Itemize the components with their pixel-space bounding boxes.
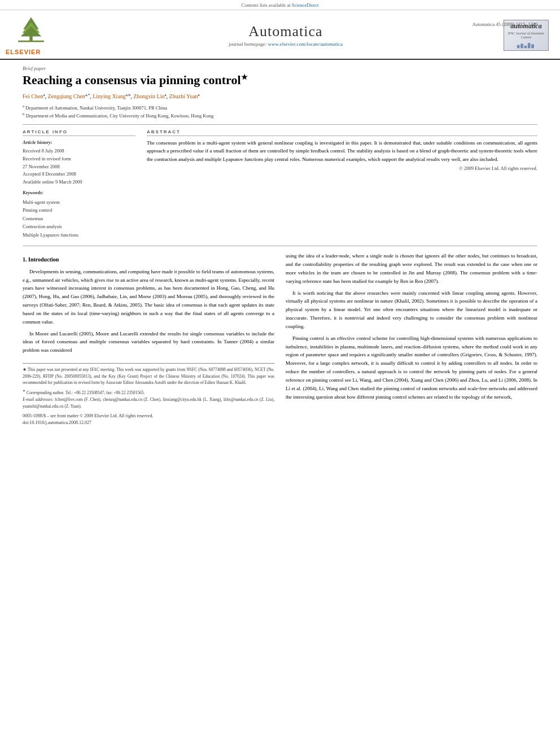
volume-info: Automatica 45 (2009) 1215–1220 bbox=[473, 21, 537, 27]
abstract-text: The consensus problem in a multi-agent s… bbox=[147, 139, 537, 163]
and-text: and bbox=[168, 294, 175, 299]
email-values: fchen@live.com (F. Chen), chenzq@nankai.… bbox=[23, 397, 274, 408]
body-para-2: In Moore and Lucarelli (2005), Moore and… bbox=[23, 330, 274, 355]
top-bar: Contents lists available at ScienceDirec… bbox=[0, 0, 560, 10]
footnote-star-symbol: ★ bbox=[23, 367, 27, 372]
body-columns: 1. Introduction Developments in sensing,… bbox=[23, 252, 537, 426]
article-info-label: ARTICLE INFO bbox=[23, 129, 135, 136]
kw-3: Consensus bbox=[23, 215, 135, 222]
email-label: E-mail addresses: bbox=[23, 397, 54, 402]
affiliations: a Department of Automation, Nankai Unive… bbox=[23, 103, 537, 120]
keywords-heading: Keywords: bbox=[23, 189, 135, 197]
corr-text: Corresponding author. Tel.: +86 22 23508… bbox=[27, 390, 145, 395]
svg-rect-6 bbox=[520, 43, 523, 48]
journal-title: Automatica bbox=[68, 23, 504, 40]
authors-line: Fei Chena, Zengqiang Chena,*, Linying Xi… bbox=[23, 92, 537, 101]
elsevier-logo-area: ELSEVIER bbox=[6, 15, 68, 55]
received-revised-label: Received in revised form bbox=[23, 155, 135, 163]
author-fei-chen: Fei Chen bbox=[23, 94, 43, 100]
author-zengqiang-sup: a,* bbox=[85, 93, 90, 97]
affil-b-text: Department of Media and Communication, C… bbox=[26, 113, 214, 119]
sciencedirect-label: Contents lists available at bbox=[242, 2, 292, 8]
svg-rect-9 bbox=[531, 45, 534, 49]
svg-rect-8 bbox=[528, 43, 531, 48]
homepage-link[interactable]: www.elsevier.com/locate/automatica bbox=[268, 41, 343, 47]
homepage-label: journal homepage: bbox=[229, 41, 266, 47]
author-zhongxin-sup: a bbox=[164, 93, 166, 97]
body-para-1: Developments in sensing, communications,… bbox=[23, 268, 274, 326]
body-col-right: using the idea of a leader-node, where a… bbox=[286, 252, 537, 426]
revised-date: 27 November 2008 bbox=[23, 163, 135, 171]
kw-5: Multiple Lyapunov functions bbox=[23, 231, 135, 239]
online-date: Available online 9 March 2009 bbox=[23, 178, 135, 186]
received-date: Received 8 July 2008 bbox=[23, 147, 135, 155]
kw-1: Multi-agent system bbox=[23, 198, 135, 206]
corr-sup: ∗ bbox=[23, 389, 25, 392]
kw-4: Contraction analysis bbox=[23, 222, 135, 230]
logo-chart-icon bbox=[509, 42, 543, 48]
author-linying-xiang: Linying Xiang bbox=[93, 94, 126, 100]
journal-homepage: journal homepage: www.elsevier.com/locat… bbox=[68, 41, 504, 47]
author-zhuzhi-yuan: Zhuzhi Yuan bbox=[169, 94, 198, 100]
abstract-label: ABSTRACT bbox=[147, 129, 537, 136]
body-para-col2-2: It is worth noticing that the above rese… bbox=[286, 289, 537, 331]
journal-title-area: Automatica journal homepage: www.elsevie… bbox=[68, 23, 504, 47]
body-col-left: 1. Introduction Developments in sensing,… bbox=[23, 252, 274, 426]
svg-rect-7 bbox=[524, 46, 527, 49]
keywords-list: Multi-agent system Pinning control Conse… bbox=[23, 198, 135, 239]
svg-rect-5 bbox=[517, 45, 520, 49]
abstract-col: ABSTRACT The consensus problem in a mult… bbox=[147, 129, 537, 239]
affil-b-sup: b bbox=[23, 112, 25, 116]
divider-1 bbox=[23, 124, 537, 125]
footnote-star-note: ★ This paper was not presented at any IF… bbox=[23, 366, 274, 386]
title-star: ★ bbox=[241, 73, 248, 81]
doi-line: 0005-1098/$ – see front matter © 2009 El… bbox=[23, 413, 274, 426]
kw-2: Pinning control bbox=[23, 206, 135, 214]
article-info-block: Article history: Received 8 July 2008 Re… bbox=[23, 139, 135, 239]
footnote-area: ★ This paper was not presented at any IF… bbox=[23, 363, 274, 426]
automatica-logo-sub: IFAC Journal of Automatic Control bbox=[506, 32, 546, 41]
info-abstract-row: ARTICLE INFO Article history: Received 8… bbox=[23, 129, 537, 239]
article-title: Reaching a consensus via pinning control… bbox=[23, 73, 537, 88]
footnote-email-line: E-mail addresses: fchen@live.com (F. Che… bbox=[23, 396, 274, 409]
doi-text: doi:10.1016/j.automatica.2008.12.027 bbox=[23, 420, 91, 425]
svg-rect-4 bbox=[18, 41, 44, 42]
article-info-col: ARTICLE INFO Article history: Received 8… bbox=[23, 129, 135, 239]
elsevier-wordmark: ELSEVIER bbox=[6, 49, 68, 55]
title-text: Reaching a consensus via pinning control bbox=[23, 73, 241, 87]
section1-heading: 1. Introduction bbox=[23, 255, 274, 265]
author-fei-sup: a bbox=[43, 93, 45, 97]
issn-text: 0005-1098/$ – see front matter © 2009 El… bbox=[23, 413, 154, 418]
copyright-line: © 2009 Elsevier Ltd. All rights reserved… bbox=[147, 165, 537, 171]
author-zhuzhi-sup: a bbox=[198, 93, 200, 97]
affil-a-text: Department of Automation, Nankai Univers… bbox=[25, 104, 167, 110]
footnote-corr: ∗ Corresponding author. Tel.: +86 22 235… bbox=[23, 388, 274, 396]
divider-2 bbox=[23, 246, 537, 246]
article-type-label: Brief paper bbox=[23, 65, 537, 71]
elsevier-tree-icon bbox=[6, 15, 56, 46]
footnote-star-text: This paper was not presented at any IFAC… bbox=[23, 367, 274, 385]
history-heading: Article history: bbox=[23, 139, 135, 147]
accepted-date: Accepted 8 December 2008 bbox=[23, 171, 135, 178]
author-zengqiang-chen: Zengqiang Chen bbox=[48, 94, 85, 100]
body-para-col2-3: Pinning control is an effective control … bbox=[286, 334, 537, 401]
author-zhongxin-liu: Zhongxin Liu bbox=[133, 94, 164, 100]
journal-header: Automatica 45 (2009) 1215–1220 ELSEVIER … bbox=[0, 10, 560, 60]
affil-a-sup: a bbox=[23, 104, 24, 108]
sciencedirect-link[interactable]: ScienceDirect bbox=[292, 2, 319, 8]
body-para-col2-1: using the idea of a leader-node, where a… bbox=[286, 252, 537, 285]
info-dates: Received 8 July 2008 Received in revised… bbox=[23, 147, 135, 186]
article-content: Brief paper Reaching a consensus via pin… bbox=[0, 60, 560, 438]
author-linying-sup: a,b bbox=[126, 93, 130, 97]
